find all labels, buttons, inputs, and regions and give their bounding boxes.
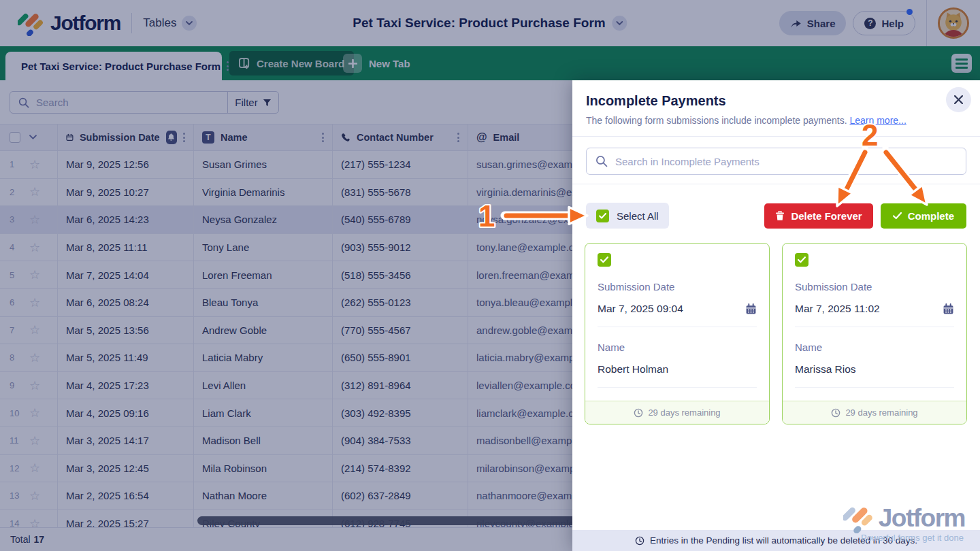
days-remaining: 29 days remaining bbox=[648, 407, 720, 418]
learn-more-link[interactable]: Learn more... bbox=[850, 115, 906, 126]
close-icon bbox=[954, 95, 963, 104]
panel-search-input[interactable] bbox=[615, 156, 957, 167]
days-remaining: 29 days remaining bbox=[845, 407, 917, 418]
jotform-watermark: Jotform bbox=[843, 503, 965, 533]
panel-search[interactable] bbox=[586, 148, 966, 175]
panel-title: Incomplete Payments bbox=[586, 93, 966, 109]
calendar-icon bbox=[745, 303, 757, 315]
card-expiry-footer: 29 days remaining bbox=[585, 401, 769, 424]
field-label-submission-date: Submission Date bbox=[795, 281, 954, 293]
name-value: Robert Holman bbox=[598, 363, 668, 375]
watermark-tagline: Powerful forms get it done bbox=[861, 533, 964, 543]
card-checkbox-checked[interactable] bbox=[598, 253, 611, 267]
field-label-name: Name bbox=[598, 341, 757, 353]
complete-button[interactable]: Complete bbox=[881, 203, 966, 229]
jotform-watermark-icon bbox=[843, 503, 873, 533]
app-window: Jotform Tables Pet Taxi Service: Product… bbox=[0, 0, 980, 551]
search-icon bbox=[595, 155, 608, 167]
select-all-label: Select All bbox=[617, 210, 659, 222]
card-expiry-footer: 29 days remaining bbox=[783, 401, 966, 424]
complete-label: Complete bbox=[908, 210, 954, 222]
submission-date-value: Mar 7, 2025 09:04 bbox=[598, 303, 683, 315]
clock-icon bbox=[831, 408, 840, 418]
trash-icon bbox=[775, 211, 785, 221]
name-value: Marissa Rios bbox=[795, 363, 856, 375]
incomplete-payment-card[interactable]: Submission Date Mar 7, 2025 09:04 Name R… bbox=[585, 243, 770, 424]
calendar-icon bbox=[943, 303, 954, 315]
field-label-name: Name bbox=[795, 341, 954, 353]
checked-checkbox-icon bbox=[596, 210, 609, 222]
delete-forever-button[interactable]: Delete Forever bbox=[764, 203, 872, 229]
check-icon bbox=[893, 212, 902, 220]
incomplete-payments-panel: Incomplete Payments The following form s… bbox=[572, 80, 980, 551]
card-checkbox-checked[interactable] bbox=[795, 253, 808, 267]
watermark-brand: Jotform bbox=[879, 504, 965, 533]
submission-date-value: Mar 7, 2025 11:02 bbox=[795, 303, 880, 315]
delete-forever-label: Delete Forever bbox=[791, 210, 862, 222]
clock-icon bbox=[635, 536, 644, 546]
select-all-toggle[interactable]: Select All bbox=[586, 203, 669, 229]
close-panel-button[interactable] bbox=[946, 87, 971, 112]
clock-icon bbox=[634, 408, 643, 418]
field-label-submission-date: Submission Date bbox=[598, 281, 757, 293]
panel-subtitle: The following form submissions include i… bbox=[586, 115, 966, 126]
incomplete-payment-card[interactable]: Submission Date Mar 7, 2025 11:02 Name M… bbox=[782, 243, 967, 424]
